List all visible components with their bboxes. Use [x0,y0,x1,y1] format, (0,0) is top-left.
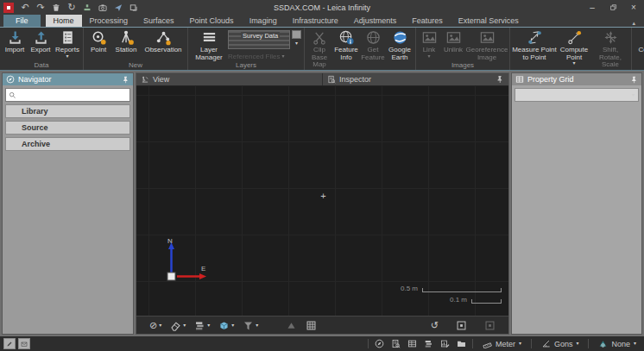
angle-unit-value: Gons [554,340,573,348]
group-label-new: New [85,61,186,70]
property-grid-body: ▾ [512,85,641,334]
refresh-icon[interactable]: ↻ [65,2,79,14]
navigator-search-input[interactable] [19,90,127,100]
compass-icon [6,75,15,84]
referenced-files-button[interactable]: Referenced Files ▾ [228,53,290,60]
shift-rotate-scale-button[interactable]: Shift, Rotate, Scale [591,28,629,69]
zoom-extents-button[interactable] [453,320,470,331]
tab-infrastructure[interactable]: Infrastructure [285,15,346,27]
app-logo-icon[interactable] [3,3,14,13]
navigator-section-source[interactable]: Source [5,121,130,135]
property-grid-selector[interactable]: ▾ [515,88,639,102]
send-icon[interactable] [111,2,125,14]
link-image-button[interactable]: Link ▾ [418,28,440,59]
map-view-canvas[interactable]: + N E 0.5 m 0.1 m [136,86,508,316]
background-map-button[interactable]: ⊘ ▾ [147,321,164,330]
point-label: Point [91,47,106,54]
display-layers-button[interactable]: ▾ [192,320,212,331]
tab-file[interactable]: File [3,15,41,27]
reports-button[interactable]: Reports ▾ [54,28,81,59]
navigator-section-library[interactable]: Library [5,104,130,118]
length-unit-selector[interactable]: Meter ▾ [478,339,526,348]
google-earth-button[interactable]: Google Earth [386,28,414,61]
status-bar: Meter ▾ Gons ▾ None ▾ [0,336,644,351]
new-station-button[interactable]: Station [111,28,141,54]
coordinate-system-selector[interactable]: None ▾ [594,339,641,348]
tab-external-services[interactable]: External Services [451,15,527,27]
group-label-images: Images [418,61,508,70]
previous-view-button[interactable] [482,320,498,331]
tab-inspector[interactable]: Inspector [323,73,508,85]
navigator-search [5,88,130,102]
inspector-toggle-button[interactable] [390,339,401,348]
layer-manager-button[interactable]: Layer Manager [190,28,228,61]
shift-rotate-scale-icon [603,29,619,46]
new-observation-button[interactable]: Observation [141,28,186,54]
tab-processing[interactable]: Processing [82,15,136,27]
scale-major-bar [422,288,502,292]
surface-display-button[interactable] [283,320,300,331]
delete-icon[interactable] [49,2,63,14]
layers-toggle-button[interactable] [423,339,434,348]
tab-imaging[interactable]: Imaging [242,15,285,27]
stamp-icon[interactable] [80,2,94,14]
restore-button[interactable] [603,1,623,14]
import-button[interactable]: Import [2,28,28,54]
property-grid-pin-icon[interactable] [630,76,638,84]
search-icon [9,91,16,99]
new-point-button[interactable]: Point [85,28,111,54]
view-mode-button[interactable]: ▾ [216,320,237,331]
navigator-toggle-button[interactable] [374,339,385,348]
window-controls: – × [582,1,644,14]
reports-toggle-button[interactable] [439,339,451,348]
compute-point-button[interactable]: Compute Point ▾ [557,28,591,66]
property-grid-toggle-button[interactable] [407,339,418,348]
quick-edit-button[interactable] [3,338,16,349]
angle-unit-selector[interactable]: Gons ▾ [537,339,584,348]
screenshot-icon[interactable] [96,2,110,14]
georeference-image-button[interactable]: Georeference Image [466,28,508,61]
clip-base-map-icon [312,29,328,46]
message-log-button[interactable] [18,338,30,349]
layer-combo-caret-icon[interactable]: ▾ [295,41,298,46]
new-window-icon[interactable] [127,2,141,14]
ribbon: Import Export Reports ▾ Data Point [0,27,644,71]
ribbon-group-data: Import Export Reports ▾ Data [0,28,84,70]
observation-label: Observation [144,47,181,54]
layer-quick-button[interactable] [292,30,301,39]
ribbon-collapse-button[interactable]: ▴ [623,20,644,27]
tab-view[interactable]: View [136,73,323,85]
undo-icon[interactable]: ↶ [18,2,32,14]
reset-rotation-button[interactable]: ↺ [428,321,441,330]
measure-point-to-point-button[interactable]: Measure Point to Point [512,28,557,61]
navigator-pin-icon[interactable] [122,76,129,84]
ribbon-group-images: Link ▾ Unlink Georeference Image Images [416,28,510,70]
project-folder-button[interactable] [456,339,467,348]
get-feature-button[interactable]: Get Feature [360,28,386,61]
unlink-image-button[interactable]: Unlink [440,28,466,54]
tab-adjustments[interactable]: Adjustments [346,15,405,27]
clip-base-map-button[interactable]: Clip Base Map [306,28,332,69]
tab-features[interactable]: Features [404,15,451,27]
navigator-header: Navigator [3,73,133,85]
ribbon-group-tools: Coordinates ▾ [632,28,644,70]
cleanup-tool-button[interactable]: ▾ [167,320,188,331]
station-icon [118,29,135,46]
reports-icon [60,29,76,46]
inspector-pin-icon[interactable] [496,75,504,84]
layer-visibility-combo[interactable]: Survey Data [228,30,290,49]
close-button[interactable]: × [623,1,644,14]
redo-icon[interactable]: ↷ [34,2,47,14]
feature-info-button[interactable]: Feature Info [332,28,360,61]
reset-rotation-icon: ↺ [431,321,439,330]
tab-home[interactable]: Home [46,15,82,27]
tab-point-clouds[interactable]: Point Clouds [182,15,242,27]
tab-surfaces[interactable]: Surfaces [136,15,182,27]
coordinates-button[interactable]: Coordinates ▾ [634,28,644,59]
filter-button[interactable]: ▾ [240,320,261,331]
minimize-button[interactable]: – [582,1,603,14]
export-button[interactable]: Export [28,28,54,54]
navigator-section-archive[interactable]: Archive [5,137,130,151]
grid-toggle-button[interactable] [303,320,319,331]
orientation-axis-indicator: N E [162,235,214,285]
